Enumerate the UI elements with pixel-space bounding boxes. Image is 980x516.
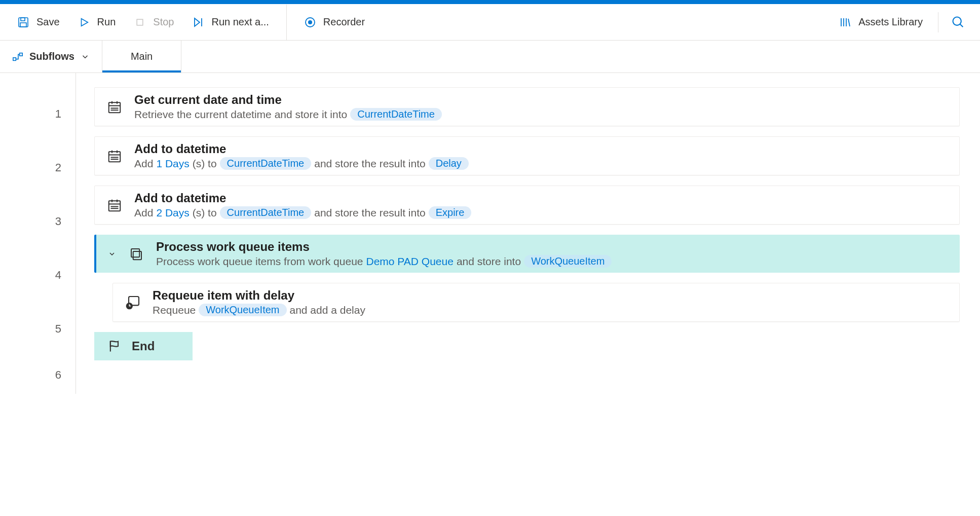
chevron-down-icon [108, 250, 116, 258]
collapse-toggle[interactable] [107, 250, 117, 258]
svg-rect-23 [109, 152, 121, 162]
save-label: Save [36, 16, 60, 28]
svg-line-14 [960, 24, 963, 27]
step-description: Add 1 Days(s) to CurrentDateTime and sto… [134, 157, 469, 170]
save-icon [17, 16, 29, 28]
line-number: 5 [0, 302, 76, 356]
svg-rect-17 [109, 102, 121, 113]
variable-token: WorkQueueItem [524, 255, 612, 268]
step-description: Process work queue items from work queue… [156, 255, 612, 268]
variable-token: CurrentDateTime [220, 157, 312, 170]
step-title: Get current date and time [134, 93, 442, 107]
svg-marker-5 [195, 18, 200, 26]
subflows-label: Subflows [29, 51, 74, 62]
svg-rect-29 [109, 201, 121, 211]
step-description: Add 2 Days(s) to CurrentDateTime and sto… [134, 206, 471, 219]
run-next-button[interactable]: Run next a... [185, 12, 276, 32]
flag-icon [107, 339, 122, 353]
play-icon [78, 16, 90, 28]
svg-point-8 [308, 20, 312, 24]
calendar-icon [106, 98, 123, 116]
steps-column: Get current date and time Retrieve the c… [76, 73, 980, 394]
svg-marker-3 [81, 18, 88, 26]
chevron-down-icon [81, 52, 90, 61]
line-number: 3 [0, 195, 76, 248]
toolbar-separator [938, 12, 938, 32]
toolbar: Save Run Stop Run next a... Recorder Ass… [0, 4, 980, 41]
queue-name: Demo PAD Queue [366, 255, 454, 268]
step-end[interactable]: End [94, 332, 193, 360]
tab-main-label: Main [131, 51, 153, 62]
subflow-icon [12, 51, 23, 62]
step-requeue-item[interactable]: Requeue item with delay Requeue WorkQueu… [112, 283, 960, 322]
stop-icon [134, 16, 146, 28]
tab-strip: Subflows Main [0, 41, 980, 73]
step-title: Add to datetime [134, 142, 469, 156]
recorder-button[interactable]: Recorder [297, 12, 372, 32]
search-button[interactable] [947, 11, 970, 34]
stack-icon [128, 245, 145, 263]
literal-value: 1 Days [156, 158, 189, 170]
svg-rect-15 [13, 57, 16, 60]
variable-token: CurrentDateTime [350, 108, 442, 121]
variable-token: CurrentDateTime [220, 206, 312, 219]
record-icon [304, 16, 316, 28]
assets-label: Assets Library [858, 16, 923, 28]
recorder-label: Recorder [323, 16, 365, 28]
assets-library-button[interactable]: Assets Library [832, 12, 930, 32]
step-process-work-queue[interactable]: Process work queue items Process work qu… [94, 235, 960, 273]
stop-button: Stop [127, 12, 181, 32]
line-number: 4 [0, 248, 76, 302]
step-description: Retrieve the current datetime and store … [134, 108, 442, 121]
line-number: 1 [0, 87, 76, 141]
variable-token: Delay [429, 157, 469, 170]
svg-rect-35 [133, 251, 141, 260]
variable-token: WorkQueueItem [199, 304, 286, 316]
step-icon [192, 16, 204, 28]
run-next-label: Run next a... [211, 16, 269, 28]
save-button[interactable]: Save [10, 12, 67, 32]
stop-label: Stop [153, 16, 174, 28]
step-get-datetime[interactable]: Get current date and time Retrieve the c… [94, 87, 960, 126]
svg-line-12 [848, 19, 850, 26]
run-button[interactable]: Run [71, 12, 123, 32]
subflows-dropdown[interactable]: Subflows [0, 41, 102, 72]
toolbar-separator [286, 5, 287, 40]
step-title: Add to datetime [134, 191, 471, 205]
svg-rect-36 [131, 249, 139, 257]
step-title: Requeue item with delay [153, 288, 365, 303]
step-add-datetime-1[interactable]: Add to datetime Add 1 Days(s) to Current… [94, 136, 960, 175]
library-icon [839, 16, 851, 28]
tab-main[interactable]: Main [102, 41, 181, 72]
svg-rect-16 [20, 53, 22, 56]
run-label: Run [97, 16, 116, 28]
line-gutter: 1 2 3 4 5 6 [0, 73, 76, 394]
search-icon [951, 15, 965, 29]
svg-rect-1 [21, 18, 25, 21]
svg-rect-4 [137, 19, 143, 25]
flow-canvas: 1 2 3 4 5 6 Get current date and time Re… [0, 73, 980, 394]
calendar-icon [106, 197, 123, 214]
literal-value: 2 Days [156, 207, 189, 219]
step-description: Requeue WorkQueueItem and add a delay [153, 304, 365, 316]
step-title: Process work queue items [156, 240, 612, 254]
variable-token: Expire [429, 206, 472, 219]
svg-rect-2 [20, 23, 26, 27]
line-number: 6 [0, 356, 76, 394]
window-accent-bar [0, 0, 980, 4]
step-add-datetime-2[interactable]: Add to datetime Add 2 Days(s) to Current… [94, 186, 960, 225]
requeue-icon [124, 294, 141, 311]
calendar-icon [106, 148, 123, 165]
end-label: End [132, 339, 155, 353]
line-number: 2 [0, 141, 76, 195]
svg-point-13 [953, 17, 961, 25]
